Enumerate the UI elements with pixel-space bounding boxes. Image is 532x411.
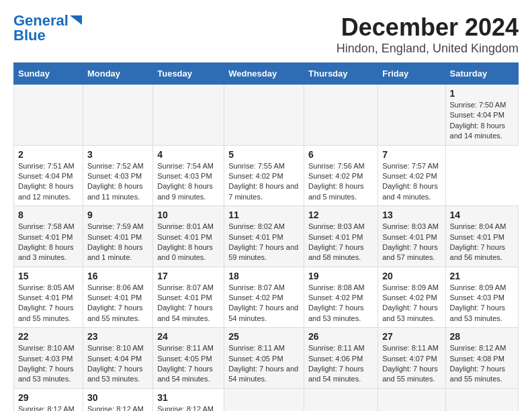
table-row: 14 Sunrise: 8:04 AM Sunset: 4:01 PM Dayl…	[445, 206, 518, 267]
day-number: 5	[228, 149, 300, 160]
table-row: 3 Sunrise: 7:52 AM Sunset: 4:03 PM Dayli…	[83, 145, 152, 206]
sunset-time: Sunset: 4:01 PM	[87, 233, 142, 241]
sunrise-time: Sunrise: 8:09 AM	[450, 283, 506, 291]
sunset-time: Sunset: 4:01 PM	[87, 293, 142, 302]
table-row: 2 Sunrise: 7:51 AM Sunset: 4:04 PM Dayli…	[14, 145, 83, 206]
day-number: 7	[382, 149, 441, 160]
daylight-hours: Daylight: 7 hours and 55 minutes.	[18, 304, 74, 322]
sunset-time: Sunset: 4:01 PM	[157, 233, 212, 241]
sunrise-time: Sunrise: 8:08 AM	[308, 283, 365, 291]
sunrise-time: Sunrise: 7:55 AM	[228, 162, 285, 170]
sunrise-time: Sunrise: 8:04 AM	[450, 222, 506, 230]
daylight-hours: Daylight: 7 hours and 58 minutes.	[308, 243, 364, 261]
daylight-hours: Daylight: 7 hours and 54 minutes.	[228, 304, 298, 322]
sunset-time: Sunset: 4:04 PM	[87, 355, 142, 363]
day-number: 2	[18, 149, 79, 160]
table-row	[445, 388, 518, 411]
sunset-time: Sunset: 4:04 PM	[450, 111, 504, 119]
page-header: General Blue December 2024 Hindon, Engla…	[13, 13, 519, 56]
sunrise-time: Sunrise: 8:11 AM	[228, 344, 285, 352]
sunrise-time: Sunrise: 7:50 AM	[450, 101, 506, 109]
table-row	[378, 388, 445, 411]
sunset-time: Sunset: 4:03 PM	[450, 293, 504, 302]
day-number: 11	[228, 210, 300, 220]
sunrise-time: Sunrise: 8:11 AM	[157, 344, 214, 352]
sunrise-time: Sunrise: 8:12 AM	[157, 405, 214, 411]
daylight-hours: Daylight: 7 hours and 55 minutes.	[87, 304, 143, 322]
day-number: 6	[308, 149, 373, 160]
table-row: 20 Sunrise: 8:09 AM Sunset: 4:02 PM Dayl…	[378, 267, 445, 328]
calendar-week-row: 22 Sunrise: 8:10 AM Sunset: 4:03 PM Dayl…	[14, 328, 519, 389]
table-row: 27 Sunrise: 8:11 AM Sunset: 4:07 PM Dayl…	[378, 328, 445, 389]
logo-arrow-icon	[69, 14, 83, 28]
day-number: 10	[157, 210, 220, 220]
sunset-time: Sunset: 4:02 PM	[228, 293, 283, 302]
table-row: 16 Sunrise: 8:06 AM Sunset: 4:01 PM Dayl…	[83, 267, 152, 328]
sunrise-time: Sunrise: 8:12 AM	[87, 405, 144, 411]
day-number: 26	[308, 331, 373, 342]
table-row: 5 Sunrise: 7:55 AM Sunset: 4:02 PM Dayli…	[224, 145, 304, 206]
table-row	[224, 85, 304, 146]
table-row	[304, 388, 378, 411]
sunrise-time: Sunrise: 7:57 AM	[382, 162, 439, 170]
sunset-time: Sunset: 4:04 PM	[18, 172, 73, 180]
table-row: 9 Sunrise: 7:59 AM Sunset: 4:01 PM Dayli…	[83, 206, 152, 267]
day-number: 28	[450, 331, 514, 342]
day-number: 30	[87, 392, 148, 403]
sunset-time: Sunset: 4:03 PM	[87, 172, 142, 180]
calendar-week-row: 8 Sunrise: 7:58 AM Sunset: 4:01 PM Dayli…	[14, 206, 519, 267]
title-area: December 2024 Hindon, England, United Ki…	[337, 13, 519, 56]
header-saturday: Saturday	[445, 63, 518, 85]
day-number: 21	[450, 271, 514, 281]
table-row: 6 Sunrise: 7:56 AM Sunset: 4:02 PM Dayli…	[304, 145, 378, 206]
daylight-hours: Daylight: 7 hours and 57 minutes.	[382, 243, 438, 261]
header-tuesday: Tuesday	[153, 63, 224, 85]
svg-marker-0	[70, 15, 82, 25]
table-row	[304, 85, 378, 146]
day-number: 24	[157, 331, 220, 342]
header-thursday: Thursday	[304, 63, 378, 85]
daylight-hours: Daylight: 7 hours and 56 minutes.	[450, 243, 506, 261]
daylight-hours: Daylight: 8 hours and 9 minutes.	[157, 182, 213, 200]
header-wednesday: Wednesday	[224, 63, 304, 85]
table-row: 22 Sunrise: 8:10 AM Sunset: 4:03 PM Dayl…	[14, 328, 83, 389]
calendar-header-row: Sunday Monday Tuesday Wednesday Thursday…	[14, 63, 519, 85]
sunrise-time: Sunrise: 7:52 AM	[87, 162, 144, 170]
sunrise-time: Sunrise: 8:07 AM	[228, 283, 285, 291]
sunset-time: Sunset: 4:02 PM	[382, 293, 437, 302]
day-number: 15	[18, 271, 79, 281]
daylight-hours: Daylight: 7 hours and 54 minutes.	[157, 304, 213, 322]
table-row: 29 Sunrise: 8:12 AM Sunset: 4:08 PM Dayl…	[14, 388, 83, 411]
daylight-hours: Daylight: 8 hours and 11 minutes.	[87, 182, 143, 200]
sunrise-time: Sunrise: 8:06 AM	[87, 283, 144, 291]
sunrise-time: Sunrise: 8:12 AM	[18, 405, 75, 411]
sunset-time: Sunset: 4:01 PM	[157, 293, 212, 302]
table-row: 21 Sunrise: 8:09 AM Sunset: 4:03 PM Dayl…	[445, 267, 518, 328]
sunrise-time: Sunrise: 8:07 AM	[157, 283, 214, 291]
table-row: 24 Sunrise: 8:11 AM Sunset: 4:05 PM Dayl…	[153, 328, 224, 389]
sunset-time: Sunset: 4:03 PM	[157, 172, 212, 180]
sunset-time: Sunset: 4:07 PM	[382, 355, 437, 363]
header-monday: Monday	[83, 63, 152, 85]
table-row: 23 Sunrise: 8:10 AM Sunset: 4:04 PM Dayl…	[83, 328, 152, 389]
table-row: 1 Sunrise: 7:50 AM Sunset: 4:04 PM Dayli…	[445, 85, 518, 146]
day-number: 12	[308, 210, 373, 220]
daylight-hours: Daylight: 7 hours and 53 minutes.	[87, 365, 143, 383]
daylight-hours: Daylight: 7 hours and 54 minutes.	[157, 365, 213, 383]
day-number: 19	[308, 271, 373, 281]
table-row: 26 Sunrise: 8:11 AM Sunset: 4:06 PM Dayl…	[304, 328, 378, 389]
table-row: 19 Sunrise: 8:08 AM Sunset: 4:02 PM Dayl…	[304, 267, 378, 328]
day-number: 1	[450, 88, 514, 99]
table-row: 12 Sunrise: 8:03 AM Sunset: 4:01 PM Dayl…	[304, 206, 378, 267]
table-row	[153, 85, 224, 146]
day-number: 17	[157, 271, 220, 281]
sunset-time: Sunset: 4:02 PM	[382, 172, 437, 180]
calendar-week-row: 15 Sunrise: 8:05 AM Sunset: 4:01 PM Dayl…	[14, 267, 519, 328]
daylight-hours: Daylight: 8 hours and 14 minutes.	[450, 122, 506, 140]
header-sunday: Sunday	[14, 63, 83, 85]
day-number: 4	[157, 149, 220, 160]
daylight-hours: Daylight: 7 hours and 59 minutes.	[228, 243, 298, 261]
sunset-time: Sunset: 4:01 PM	[382, 233, 437, 241]
daylight-hours: Daylight: 7 hours and 53 minutes.	[382, 304, 438, 322]
table-row	[378, 85, 445, 146]
